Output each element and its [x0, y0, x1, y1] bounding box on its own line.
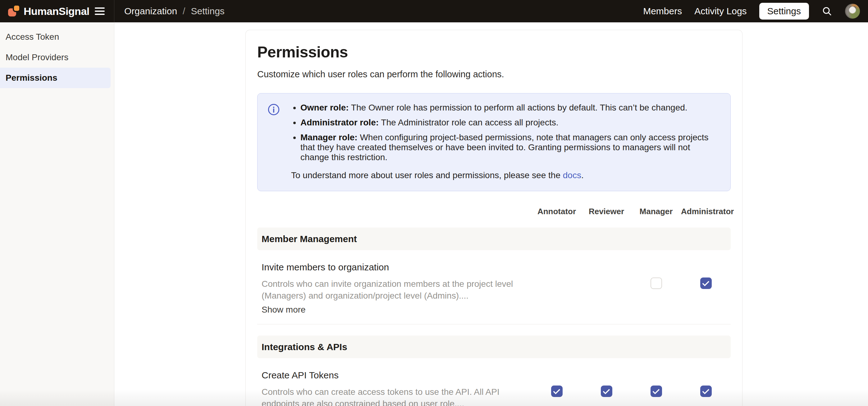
show-more-link[interactable]: Show more: [261, 305, 306, 315]
checkbox-manager[interactable]: [651, 385, 662, 397]
section-name: Integrations & APIs: [261, 342, 347, 352]
sidebar-item-model-providers[interactable]: Model Providers: [0, 47, 114, 68]
check-cell-reviewer: [582, 370, 631, 397]
nav-members[interactable]: Members: [643, 6, 682, 16]
info-bullet-owner-bold: Owner role:: [301, 103, 349, 112]
info-icon: [268, 103, 280, 180]
breadcrumb-settings[interactable]: Settings: [191, 6, 224, 16]
nav-activity-logs[interactable]: Activity Logs: [694, 6, 747, 16]
topbar-left: HumanSignal: [0, 0, 114, 22]
checkbox-manager[interactable]: [651, 277, 662, 289]
sidebar-item-access-token[interactable]: Access Token: [0, 27, 114, 47]
docs-link[interactable]: docs: [563, 170, 581, 180]
search-icon[interactable]: [822, 6, 833, 17]
section-name: Member Management: [261, 234, 357, 244]
info-bullet-owner: Owner role: The Owner role has permissio…: [301, 103, 718, 113]
role-header-reviewer: Reviewer: [582, 207, 631, 216]
permission-text: Create API Tokens Controls who can creat…: [261, 370, 532, 406]
info-footer-period: .: [581, 170, 584, 180]
role-header-spacer: [257, 207, 532, 216]
info-bullet-administrator-bold: Administrator role:: [301, 117, 379, 127]
nav-settings-button[interactable]: Settings: [759, 3, 809, 20]
humansignal-logo-icon: [8, 5, 20, 17]
info-bullet-administrator: Administrator role: The Administrator ro…: [301, 117, 718, 128]
permission-title: Invite members to organization: [261, 262, 532, 273]
info-footer: To understand more about user roles and …: [291, 170, 718, 180]
check-cell-manager: [631, 262, 681, 289]
permission-description: Controls who can create access tokens to…: [261, 386, 532, 406]
section-integrations-apis: Integrations & APIs: [257, 336, 731, 358]
info-callout: Owner role: The Owner role has permissio…: [257, 93, 731, 191]
role-header-row: Annotator Reviewer Manager Administrator: [257, 207, 731, 216]
main-content: Permissions Customize which user roles c…: [114, 22, 868, 406]
breadcrumb-organization[interactable]: Organization: [124, 6, 177, 16]
info-bullet-manager-text: When configuring project-based permissio…: [301, 133, 709, 162]
role-header-administrator: Administrator: [681, 207, 731, 216]
check-cell-manager: [631, 370, 681, 397]
sidebar-item-permissions[interactable]: Permissions: [0, 68, 111, 88]
avatar[interactable]: [845, 4, 860, 19]
permission-row-invite-members: Invite members to organization Controls …: [257, 250, 731, 325]
check-cell-annotator: [532, 262, 582, 289]
info-bullet-administrator-text: The Administrator role can access all pr…: [379, 117, 558, 127]
checkbox-reviewer[interactable]: [601, 385, 612, 397]
permission-description: Controls who can invite organization mem…: [261, 278, 532, 302]
topbar: HumanSignal Organization / Settings Memb…: [0, 0, 868, 22]
info-bullet-manager: Manager role: When configuring project-b…: [301, 133, 718, 162]
page-title: Permissions: [257, 43, 731, 61]
page-subtitle: Customize which user roles can perform t…: [257, 69, 731, 79]
checkbox-administrator[interactable]: [700, 277, 712, 289]
brand[interactable]: HumanSignal: [8, 5, 90, 18]
breadcrumb: Organization / Settings: [124, 6, 225, 16]
info-body: Owner role: The Owner role has permissio…: [291, 103, 718, 180]
permission-title: Create API Tokens: [261, 370, 532, 380]
permission-text: Invite members to organization Controls …: [261, 262, 532, 315]
check-cell-administrator: [681, 370, 731, 397]
check-cell-administrator: [681, 262, 731, 289]
info-bullet-owner-text: The Owner role has permission to perform…: [349, 103, 687, 112]
check-cell-annotator: [532, 370, 582, 397]
checkbox-annotator[interactable]: [551, 385, 563, 397]
role-header-annotator: Annotator: [532, 207, 582, 216]
permission-row-create-api-tokens: Create API Tokens Controls who can creat…: [257, 358, 731, 406]
hamburger-menu-icon[interactable]: [94, 6, 105, 17]
info-footer-text: To understand more about user roles and …: [291, 170, 563, 180]
topbar-right: Members Activity Logs Settings: [643, 3, 868, 20]
role-header-manager: Manager: [631, 207, 681, 216]
app-root: HumanSignal Organization / Settings Memb…: [0, 0, 868, 406]
brand-name: HumanSignal: [24, 5, 90, 18]
permissions-card: Permissions Customize which user roles c…: [245, 30, 743, 406]
info-bullet-list: Owner role: The Owner role has permissio…: [291, 103, 718, 162]
check-cell-reviewer: [582, 262, 631, 289]
sidebar: Access Token Model Providers Permissions: [0, 22, 114, 406]
info-bullet-manager-bold: Manager role:: [301, 133, 358, 142]
breadcrumb-separator: /: [183, 6, 185, 16]
section-member-management: Member Management: [257, 228, 731, 250]
checkbox-administrator[interactable]: [700, 385, 712, 397]
